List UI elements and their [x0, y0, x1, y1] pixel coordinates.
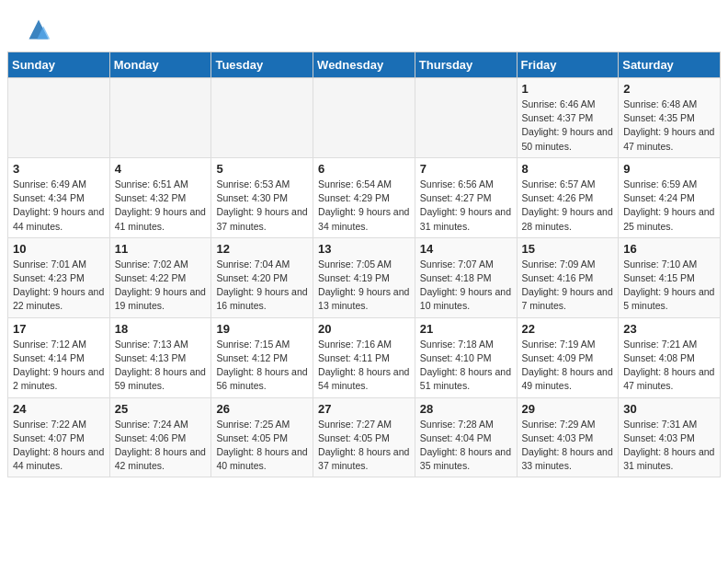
- calendar-cell: 6Sunrise: 6:54 AM Sunset: 4:29 PM Daylig…: [313, 157, 415, 237]
- logo: [22, 17, 51, 42]
- calendar-cell: 26Sunrise: 7:25 AM Sunset: 4:05 PM Dayli…: [211, 397, 313, 477]
- week-row-0: 1Sunrise: 6:46 AM Sunset: 4:37 PM Daylig…: [8, 78, 721, 158]
- header-row: SundayMondayTuesdayWednesdayThursdayFrid…: [8, 52, 721, 78]
- day-detail: Sunrise: 7:16 AM Sunset: 4:11 PM Dayligh…: [318, 338, 410, 394]
- header-thursday: Thursday: [415, 52, 517, 78]
- calendar-cell: 11Sunrise: 7:02 AM Sunset: 4:22 PM Dayli…: [109, 237, 211, 317]
- day-number: 15: [522, 242, 614, 256]
- calendar-cell: [313, 78, 415, 158]
- day-number: 25: [115, 402, 207, 416]
- calendar-cell: 25Sunrise: 7:24 AM Sunset: 4:06 PM Dayli…: [109, 397, 211, 477]
- day-detail: Sunrise: 7:02 AM Sunset: 4:22 PM Dayligh…: [115, 258, 207, 314]
- day-detail: Sunrise: 6:54 AM Sunset: 4:29 PM Dayligh…: [318, 178, 410, 234]
- page-header: [0, 0, 728, 52]
- day-detail: Sunrise: 7:27 AM Sunset: 4:05 PM Dayligh…: [318, 418, 410, 474]
- calendar-cell: 7Sunrise: 6:56 AM Sunset: 4:27 PM Daylig…: [415, 157, 517, 237]
- day-detail: Sunrise: 7:28 AM Sunset: 4:04 PM Dayligh…: [420, 418, 512, 474]
- day-number: 11: [115, 242, 207, 256]
- week-row-3: 17Sunrise: 7:12 AM Sunset: 4:14 PM Dayli…: [8, 317, 721, 397]
- calendar-cell: 21Sunrise: 7:18 AM Sunset: 4:10 PM Dayli…: [415, 317, 517, 397]
- day-number: 13: [318, 242, 410, 256]
- calendar-cell: 16Sunrise: 7:10 AM Sunset: 4:15 PM Dayli…: [619, 237, 721, 317]
- calendar-cell: [211, 78, 313, 158]
- day-number: 5: [216, 162, 308, 176]
- day-number: 21: [420, 322, 512, 336]
- day-number: 22: [522, 322, 614, 336]
- calendar-cell: 2Sunrise: 6:48 AM Sunset: 4:35 PM Daylig…: [619, 78, 721, 158]
- calendar-cell: [8, 78, 110, 158]
- calendar-cell: 4Sunrise: 6:51 AM Sunset: 4:32 PM Daylig…: [109, 157, 211, 237]
- day-number: 18: [115, 322, 207, 336]
- day-detail: Sunrise: 7:18 AM Sunset: 4:10 PM Dayligh…: [420, 338, 512, 394]
- day-number: 14: [420, 242, 512, 256]
- day-detail: Sunrise: 7:25 AM Sunset: 4:05 PM Dayligh…: [216, 418, 308, 474]
- header-tuesday: Tuesday: [211, 52, 313, 78]
- calendar-cell: [415, 78, 517, 158]
- day-number: 26: [216, 402, 308, 416]
- day-detail: Sunrise: 7:05 AM Sunset: 4:19 PM Dayligh…: [318, 258, 410, 314]
- header-saturday: Saturday: [619, 52, 721, 78]
- day-detail: Sunrise: 6:59 AM Sunset: 4:24 PM Dayligh…: [623, 178, 715, 234]
- calendar-cell: 19Sunrise: 7:15 AM Sunset: 4:12 PM Dayli…: [211, 317, 313, 397]
- header-wednesday: Wednesday: [313, 52, 415, 78]
- logo-icon: [26, 17, 51, 42]
- week-row-4: 24Sunrise: 7:22 AM Sunset: 4:07 PM Dayli…: [8, 397, 721, 477]
- calendar-cell: [109, 78, 211, 158]
- day-detail: Sunrise: 7:31 AM Sunset: 4:03 PM Dayligh…: [623, 418, 715, 474]
- day-number: 17: [13, 322, 105, 336]
- day-number: 23: [623, 322, 715, 336]
- day-number: 29: [522, 402, 614, 416]
- day-number: 30: [623, 402, 715, 416]
- calendar-cell: 14Sunrise: 7:07 AM Sunset: 4:18 PM Dayli…: [415, 237, 517, 317]
- day-number: 6: [318, 162, 410, 176]
- day-detail: Sunrise: 6:48 AM Sunset: 4:35 PM Dayligh…: [623, 98, 715, 154]
- calendar-cell: 17Sunrise: 7:12 AM Sunset: 4:14 PM Dayli…: [8, 317, 110, 397]
- day-detail: Sunrise: 7:29 AM Sunset: 4:03 PM Dayligh…: [522, 418, 614, 474]
- day-number: 20: [318, 322, 410, 336]
- day-number: 3: [13, 162, 105, 176]
- calendar-body: 1Sunrise: 6:46 AM Sunset: 4:37 PM Daylig…: [8, 78, 721, 477]
- day-number: 7: [420, 162, 512, 176]
- day-number: 9: [623, 162, 715, 176]
- day-detail: Sunrise: 7:19 AM Sunset: 4:09 PM Dayligh…: [522, 338, 614, 394]
- day-detail: Sunrise: 7:15 AM Sunset: 4:12 PM Dayligh…: [216, 338, 308, 394]
- day-number: 19: [216, 322, 308, 336]
- day-detail: Sunrise: 6:46 AM Sunset: 4:37 PM Dayligh…: [522, 98, 614, 154]
- day-number: 2: [623, 82, 715, 96]
- day-detail: Sunrise: 7:09 AM Sunset: 4:16 PM Dayligh…: [522, 258, 614, 314]
- calendar-cell: 8Sunrise: 6:57 AM Sunset: 4:26 PM Daylig…: [517, 157, 619, 237]
- calendar-cell: 13Sunrise: 7:05 AM Sunset: 4:19 PM Dayli…: [313, 237, 415, 317]
- calendar-cell: 27Sunrise: 7:27 AM Sunset: 4:05 PM Dayli…: [313, 397, 415, 477]
- day-detail: Sunrise: 7:10 AM Sunset: 4:15 PM Dayligh…: [623, 258, 715, 314]
- day-detail: Sunrise: 7:13 AM Sunset: 4:13 PM Dayligh…: [115, 338, 207, 394]
- calendar-cell: 30Sunrise: 7:31 AM Sunset: 4:03 PM Dayli…: [619, 397, 721, 477]
- week-row-2: 10Sunrise: 7:01 AM Sunset: 4:23 PM Dayli…: [8, 237, 721, 317]
- calendar-cell: 3Sunrise: 6:49 AM Sunset: 4:34 PM Daylig…: [8, 157, 110, 237]
- day-detail: Sunrise: 6:56 AM Sunset: 4:27 PM Dayligh…: [420, 178, 512, 234]
- calendar-cell: 9Sunrise: 6:59 AM Sunset: 4:24 PM Daylig…: [619, 157, 721, 237]
- day-number: 1: [522, 82, 614, 96]
- day-number: 27: [318, 402, 410, 416]
- day-number: 10: [13, 242, 105, 256]
- day-detail: Sunrise: 6:53 AM Sunset: 4:30 PM Dayligh…: [216, 178, 308, 234]
- day-detail: Sunrise: 7:21 AM Sunset: 4:08 PM Dayligh…: [623, 338, 715, 394]
- calendar-cell: 10Sunrise: 7:01 AM Sunset: 4:23 PM Dayli…: [8, 237, 110, 317]
- calendar-cell: 1Sunrise: 6:46 AM Sunset: 4:37 PM Daylig…: [517, 78, 619, 158]
- day-number: 16: [623, 242, 715, 256]
- calendar-header: SundayMondayTuesdayWednesdayThursdayFrid…: [8, 52, 721, 78]
- day-detail: Sunrise: 7:01 AM Sunset: 4:23 PM Dayligh…: [13, 258, 105, 314]
- day-detail: Sunrise: 7:24 AM Sunset: 4:06 PM Dayligh…: [115, 418, 207, 474]
- day-detail: Sunrise: 7:12 AM Sunset: 4:14 PM Dayligh…: [13, 338, 105, 394]
- calendar-cell: 23Sunrise: 7:21 AM Sunset: 4:08 PM Dayli…: [619, 317, 721, 397]
- day-number: 12: [216, 242, 308, 256]
- day-detail: Sunrise: 7:07 AM Sunset: 4:18 PM Dayligh…: [420, 258, 512, 314]
- calendar-cell: 20Sunrise: 7:16 AM Sunset: 4:11 PM Dayli…: [313, 317, 415, 397]
- day-number: 28: [420, 402, 512, 416]
- day-detail: Sunrise: 6:51 AM Sunset: 4:32 PM Dayligh…: [115, 178, 207, 234]
- day-number: 4: [115, 162, 207, 176]
- calendar-cell: 22Sunrise: 7:19 AM Sunset: 4:09 PM Dayli…: [517, 317, 619, 397]
- calendar-cell: 18Sunrise: 7:13 AM Sunset: 4:13 PM Dayli…: [109, 317, 211, 397]
- day-detail: Sunrise: 7:22 AM Sunset: 4:07 PM Dayligh…: [13, 418, 105, 474]
- day-detail: Sunrise: 6:57 AM Sunset: 4:26 PM Dayligh…: [522, 178, 614, 234]
- calendar-table: SundayMondayTuesdayWednesdayThursdayFrid…: [7, 52, 721, 477]
